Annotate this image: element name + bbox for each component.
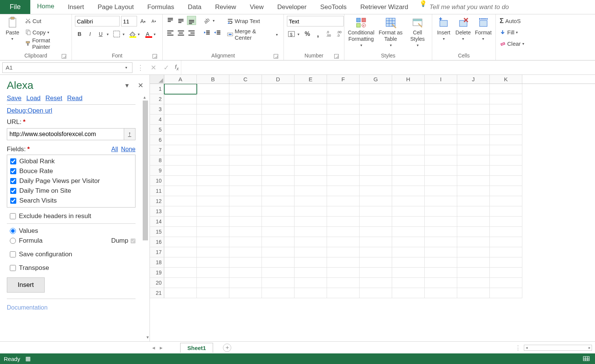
cell[interactable] xyxy=(425,237,457,247)
cell[interactable] xyxy=(327,115,360,125)
cell[interactable] xyxy=(457,247,490,257)
cell[interactable] xyxy=(197,278,229,288)
cell[interactable] xyxy=(457,94,490,104)
pane-insert-button[interactable]: Insert xyxy=(7,277,45,293)
delete-cells-button[interactable]: Delete▾ xyxy=(454,16,472,42)
cell[interactable] xyxy=(327,237,360,247)
cell[interactable] xyxy=(392,125,425,135)
cell[interactable] xyxy=(164,217,197,227)
cell[interactable] xyxy=(425,206,457,217)
cell[interactable] xyxy=(457,166,490,176)
field-checkbox[interactable]: Search Visits xyxy=(7,196,135,206)
cell[interactable] xyxy=(294,186,327,196)
row-header[interactable]: 21 xyxy=(150,288,164,298)
cell[interactable] xyxy=(229,206,262,217)
cell[interactable] xyxy=(425,247,457,257)
cell[interactable] xyxy=(164,268,197,278)
conditional-formatting-button[interactable]: ≠Conditional Formatting▾ xyxy=(347,16,375,48)
cell[interactable] xyxy=(425,288,457,298)
row-header[interactable]: 8 xyxy=(150,155,164,166)
tab-view[interactable]: View xyxy=(243,0,271,14)
cell[interactable] xyxy=(360,125,392,135)
enter-formula-button[interactable]: ✓ xyxy=(160,64,173,72)
row-header[interactable]: 4 xyxy=(150,115,164,125)
cell[interactable] xyxy=(425,145,457,155)
cell[interactable] xyxy=(425,125,457,135)
tab-developer[interactable]: Developer xyxy=(270,0,313,14)
cell[interactable] xyxy=(360,217,392,227)
cell[interactable] xyxy=(197,125,229,135)
fx-icon[interactable]: fx xyxy=(173,64,181,71)
dump-checkbox[interactable]: Dump xyxy=(111,237,136,245)
row-header[interactable]: 7 xyxy=(150,145,164,155)
cell[interactable] xyxy=(457,196,490,206)
field-checkbox[interactable]: Global Rank xyxy=(7,156,135,166)
align-right-button[interactable] xyxy=(187,28,196,37)
cell[interactable] xyxy=(294,125,327,135)
cell[interactable] xyxy=(392,247,425,257)
fill-button[interactable]: Fill▾ xyxy=(499,27,520,37)
cell[interactable] xyxy=(262,268,294,278)
cell[interactable] xyxy=(229,278,262,288)
cell[interactable] xyxy=(262,115,294,125)
cell[interactable] xyxy=(164,237,197,247)
cell[interactable] xyxy=(164,186,197,196)
cell[interactable] xyxy=(327,84,360,94)
cell[interactable] xyxy=(294,227,327,237)
cell[interactable] xyxy=(425,278,457,288)
cell[interactable] xyxy=(392,196,425,206)
cell[interactable] xyxy=(164,278,197,288)
cell[interactable] xyxy=(327,206,360,217)
cell[interactable] xyxy=(327,196,360,206)
accounting-format-button[interactable]: $ xyxy=(287,29,296,39)
tab-review[interactable]: Review xyxy=(208,0,243,14)
cell[interactable] xyxy=(294,155,327,166)
cell[interactable] xyxy=(262,94,294,104)
cell[interactable] xyxy=(262,104,294,115)
tab-seotools[interactable]: SeoTools xyxy=(313,0,354,14)
row-header[interactable]: 15 xyxy=(150,227,164,237)
cell[interactable] xyxy=(197,257,229,268)
cell[interactable] xyxy=(392,186,425,196)
cell[interactable] xyxy=(425,268,457,278)
cell[interactable] xyxy=(457,227,490,237)
dialog-launcher-icon[interactable] xyxy=(62,54,66,59)
align-center-button[interactable] xyxy=(176,28,185,37)
cell[interactable] xyxy=(327,104,360,115)
scroll-down-icon[interactable]: ▾ xyxy=(146,335,149,340)
cell[interactable] xyxy=(327,176,360,186)
cell[interactable] xyxy=(457,257,490,268)
wrap-text-button[interactable]: Wrap Text xyxy=(226,16,280,26)
insert-cells-button[interactable]: Insert▾ xyxy=(435,16,452,42)
chevron-down-icon[interactable]: ▾ xyxy=(389,43,393,48)
increase-decimal-button[interactable]: .0.00 xyxy=(324,29,333,39)
align-top-button[interactable] xyxy=(166,16,175,25)
tab-home[interactable]: Home xyxy=(30,0,61,14)
chevron-down-icon[interactable]: ▾ xyxy=(125,65,129,70)
cell[interactable] xyxy=(327,247,360,257)
percent-button[interactable]: % xyxy=(303,29,312,39)
cell[interactable] xyxy=(360,166,392,176)
url-go-button[interactable]: ↑ xyxy=(124,128,136,140)
cell[interactable] xyxy=(360,206,392,217)
cell[interactable] xyxy=(327,278,360,288)
fields-all-link[interactable]: All xyxy=(111,146,118,152)
cell[interactable] xyxy=(392,166,425,176)
cell[interactable] xyxy=(360,196,392,206)
cell[interactable] xyxy=(197,206,229,217)
number-format-select[interactable] xyxy=(287,16,344,26)
cell[interactable] xyxy=(229,257,262,268)
row-header[interactable]: 12 xyxy=(150,196,164,206)
cell[interactable] xyxy=(392,94,425,104)
comma-button[interactable]: , xyxy=(313,29,322,39)
tab-insert[interactable]: Insert xyxy=(61,0,91,14)
cell[interactable] xyxy=(294,145,327,155)
cell[interactable] xyxy=(294,217,327,227)
pane-menu-button[interactable]: ▾ xyxy=(125,81,129,90)
cell[interactable] xyxy=(360,104,392,115)
border-button[interactable] xyxy=(112,29,121,39)
tab-page-layout[interactable]: Page Layout xyxy=(91,0,140,14)
cell[interactable] xyxy=(425,94,457,104)
cell[interactable] xyxy=(327,257,360,268)
cell[interactable] xyxy=(294,115,327,125)
